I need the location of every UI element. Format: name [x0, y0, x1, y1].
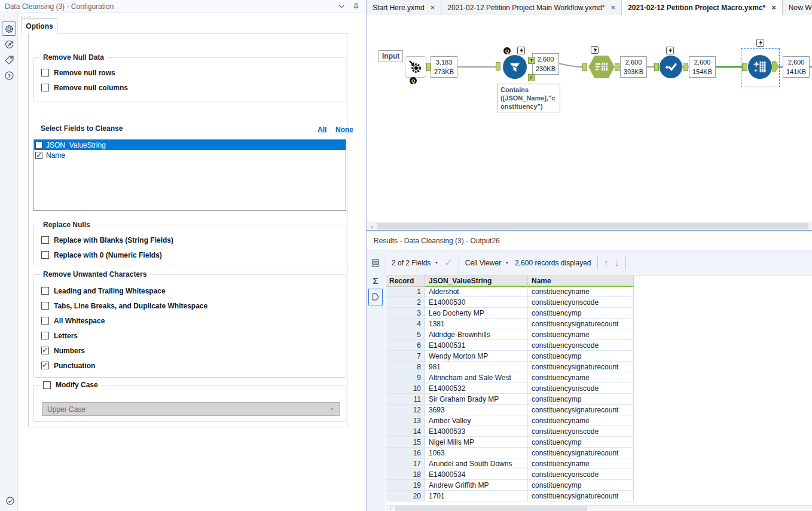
- checkbox[interactable]: [41, 69, 49, 77]
- table-row[interactable]: 3 Leo Docherty MP constituencymp: [386, 308, 634, 319]
- apply-check-icon[interactable]: ✓: [444, 257, 452, 268]
- json-valuestring-cell[interactable]: Wendy Morton MP: [425, 351, 528, 362]
- json-valuestring-cell[interactable]: Nigel Mills MP: [425, 437, 528, 448]
- document-tab[interactable]: 2021-02-12 Petition Project Macro.yxmc* …: [622, 0, 783, 15]
- table-row[interactable]: 9 Altrincham and Sale West constituencyn…: [386, 372, 634, 383]
- field-list-item[interactable]: Name: [34, 150, 346, 160]
- name-cell[interactable]: constituencyname: [528, 329, 634, 340]
- checkbox-row[interactable]: All Whitespace: [34, 313, 346, 328]
- scroll-left-arrow[interactable]: ‹: [368, 222, 376, 230]
- modify-case-checkbox[interactable]: [43, 381, 51, 389]
- name-cell[interactable]: constituencyonscode: [528, 469, 634, 480]
- record-number-cell[interactable]: 8: [386, 362, 425, 372]
- table-row[interactable]: 7 Wendy Morton MP constituencymp: [386, 351, 634, 362]
- name-cell[interactable]: constituencymp: [528, 480, 634, 491]
- apply-check-circle-icon[interactable]: [3, 494, 17, 508]
- record-number-cell[interactable]: 12: [386, 405, 425, 415]
- run-arrow-circle-icon[interactable]: [2, 37, 16, 51]
- json-valuestring-cell[interactable]: Altrincham and Sale West: [425, 372, 528, 383]
- name-cell[interactable]: constituencysignaturecount: [528, 362, 634, 372]
- table-row[interactable]: 17 Arundel and South Downs constituencyn…: [386, 458, 634, 469]
- checkbox[interactable]: [41, 362, 49, 369]
- json-valuestring-cell[interactable]: E14000534: [425, 469, 528, 480]
- checkbox[interactable]: [41, 84, 49, 91]
- json-valuestring-cell[interactable]: 1381: [425, 319, 528, 329]
- table-row[interactable]: 8 981 constituencysignaturecount: [386, 362, 634, 372]
- previous-arrow-icon[interactable]: ↑: [604, 258, 609, 268]
- close-icon[interactable]: ×: [771, 4, 776, 11]
- record-number-cell[interactable]: 13: [386, 415, 425, 426]
- json-valuestring-cell[interactable]: Arundel and South Downs: [425, 458, 528, 469]
- name-cell[interactable]: constituencysignaturecount: [528, 319, 634, 329]
- json-valuestring-cell[interactable]: Aldershot: [425, 286, 528, 297]
- record-number-cell[interactable]: 4: [386, 319, 425, 329]
- macro-input-name-label[interactable]: Input: [378, 50, 403, 62]
- record-number-cell[interactable]: 10: [386, 383, 425, 394]
- input-anchor[interactable]: [742, 63, 747, 71]
- json-valuestring-cell[interactable]: Aldridge-Brownhills: [425, 329, 528, 340]
- record-number-cell[interactable]: 3: [386, 308, 425, 319]
- table-row[interactable]: 1 Aldershot constituencyname: [386, 286, 634, 297]
- collapse-chevron-icon[interactable]: [336, 2, 347, 11]
- json-valuestring-cell[interactable]: Amber Valley: [425, 415, 528, 426]
- tool-macro-input[interactable]: [405, 56, 426, 78]
- json-valuestring-cell[interactable]: Andrew Griffith MP: [425, 480, 528, 491]
- name-cell[interactable]: constituencysignaturecount: [528, 491, 634, 501]
- column-header-json-valuestring[interactable]: JSON_ValueString: [425, 276, 528, 287]
- checkbox-row[interactable]: Replace with 0 (Numeric Fields): [34, 247, 346, 262]
- json-valuestring-cell[interactable]: E14000531: [425, 340, 528, 351]
- checkbox[interactable]: [41, 251, 49, 259]
- tool-unique-check[interactable]: [660, 56, 682, 78]
- connection-list-icon[interactable]: [368, 256, 383, 270]
- record-number-cell[interactable]: 18: [386, 469, 425, 480]
- checkbox[interactable]: [41, 347, 49, 354]
- scroll-left-arrow[interactable]: ‹: [387, 506, 394, 511]
- tool-filter[interactable]: [503, 55, 527, 79]
- record-number-cell[interactable]: 1: [386, 286, 425, 297]
- filter-expression-comment[interactable]: Contains ([JSON_Name],"constituency"): [497, 84, 560, 112]
- name-cell[interactable]: constituencymp: [528, 394, 634, 405]
- checkbox[interactable]: [41, 317, 49, 325]
- cell-viewer-dropdown[interactable]: Cell Viewer ▼: [465, 259, 509, 267]
- help-question-icon[interactable]: ?: [2, 68, 16, 82]
- table-row[interactable]: 11 Sir Graham Brady MP constituencymp: [386, 394, 634, 405]
- input-anchor[interactable]: [496, 62, 500, 71]
- input-anchor[interactable]: [582, 63, 587, 71]
- checkbox-row[interactable]: Letters: [34, 328, 346, 343]
- name-cell[interactable]: constituencyonscode: [528, 297, 634, 308]
- table-row[interactable]: 4 1381 constituencysignaturecount: [386, 319, 634, 329]
- record-number-cell[interactable]: 2: [386, 297, 425, 308]
- checkbox[interactable]: [41, 287, 49, 295]
- metadata-sigma-icon[interactable]: Σ: [368, 273, 383, 287]
- record-number-cell[interactable]: 11: [386, 394, 425, 405]
- output-anchor[interactable]: [426, 63, 431, 71]
- table-row[interactable]: 14 E14000533 constituencyonscode: [386, 426, 634, 437]
- json-valuestring-cell[interactable]: E14000530: [425, 297, 528, 308]
- name-cell[interactable]: constituencymp: [528, 308, 634, 319]
- field-checkbox[interactable]: [35, 152, 42, 159]
- table-row[interactable]: 10 E14000532 constituencyonscode: [386, 383, 634, 394]
- annotation-record-count[interactable]: 3,183 273KB: [431, 56, 457, 78]
- annotation-record-count[interactable]: 2,600 141KB: [783, 56, 810, 78]
- table-row[interactable]: 6 E14000531 constituencyonscode: [386, 340, 634, 351]
- json-valuestring-cell[interactable]: E14000533: [425, 426, 528, 437]
- checkbox-row[interactable]: Tabs, Line Breaks, and Duplicate Whitesp…: [34, 298, 346, 313]
- scrollbar-thumb[interactable]: [395, 506, 587, 511]
- select-none-link[interactable]: None: [335, 126, 353, 134]
- field-list-item[interactable]: JSON_ValueString: [34, 140, 346, 150]
- name-cell[interactable]: constituencyname: [528, 372, 634, 383]
- checkbox-row[interactable]: Punctuation: [34, 358, 346, 373]
- record-number-cell[interactable]: 9: [386, 372, 425, 383]
- json-valuestring-cell[interactable]: Leo Docherty MP: [425, 308, 528, 319]
- annotation-record-count[interactable]: 2,600 230KB: [532, 53, 559, 75]
- column-header-record[interactable]: Record: [386, 276, 425, 287]
- json-valuestring-cell[interactable]: E14000532: [425, 383, 528, 394]
- scrollbar-thumb[interactable]: [377, 223, 808, 230]
- record-number-cell[interactable]: 15: [386, 437, 425, 448]
- checkbox-row[interactable]: Leading and Trailing Whitespace: [34, 283, 346, 298]
- table-row[interactable]: 15 Nigel Mills MP constituencymp: [386, 437, 634, 448]
- table-row[interactable]: 2 E14000530 constituencyonscode: [386, 297, 634, 308]
- column-header-name[interactable]: Name: [528, 276, 634, 287]
- checkbox[interactable]: [41, 302, 49, 310]
- table-row[interactable]: 20 1701 constituencysignaturecount: [386, 491, 634, 501]
